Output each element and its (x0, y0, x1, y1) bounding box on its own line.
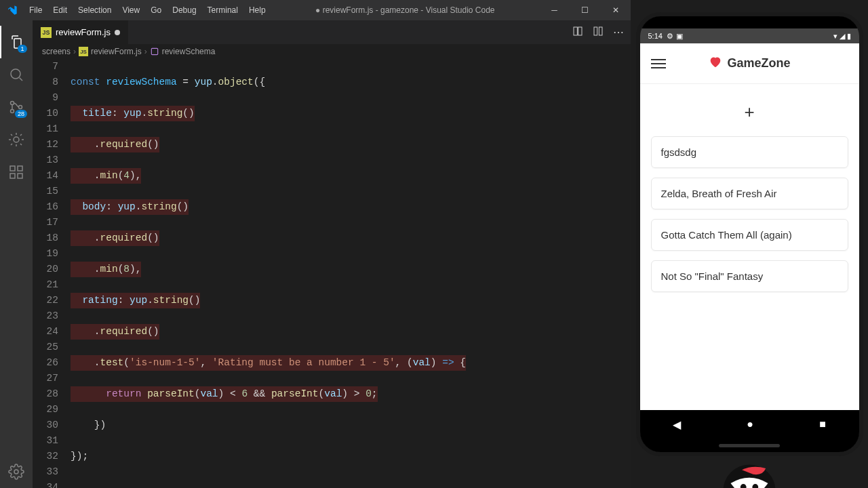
tabs-bar: JS reviewForm.js ⋯ (33, 20, 631, 44)
title-bar: File Edit Selection View Go Debug Termin… (0, 0, 631, 20)
svg-rect-14 (151, 48, 157, 54)
chevron-right-icon: › (73, 47, 76, 56)
svg-rect-7 (18, 174, 22, 178)
status-android-icon: ▣ (676, 32, 683, 41)
list-item[interactable]: fgsdsdg (651, 136, 848, 168)
svg-point-9 (14, 470, 18, 474)
phone-time: 5:14 (648, 32, 663, 40)
line-gutter: 7891011121314151617181920212223242526272… (33, 59, 71, 488)
symbol-icon (150, 47, 159, 56)
signal-icon: ◢ (840, 32, 845, 41)
phone-emulator: 5:14 ⚙ ▣ ▾ ◢ ▮ GameZone (631, 0, 868, 488)
breadcrumbs[interactable]: screens › JS reviewForm.js › reviewSchem… (33, 44, 631, 59)
split-icon[interactable] (593, 26, 604, 39)
phone-status-bar: 5:14 ⚙ ▣ ▾ ◢ ▮ (640, 28, 859, 43)
vscode-logo-icon (0, 5, 24, 16)
breadcrumb-file[interactable]: reviewForm.js (91, 47, 142, 56)
nav-home-icon[interactable]: ● (747, 418, 753, 430)
svg-point-1 (11, 102, 14, 105)
menu-edit[interactable]: Edit (47, 0, 73, 20)
menu-selection[interactable]: Selection (73, 0, 117, 20)
svg-rect-5 (10, 166, 15, 171)
list-item[interactable]: Zelda, Breath of Fresh Air (651, 178, 848, 209)
modified-dot-icon (115, 30, 120, 35)
breadcrumb-folder[interactable]: screens (42, 47, 71, 56)
chevron-right-icon: › (144, 47, 147, 56)
menu-view[interactable]: View (117, 0, 145, 20)
js-icon: JS (41, 27, 52, 38)
explorer-badge: 1 (18, 45, 27, 53)
phone-nav-bar: ◀ ● ■ (640, 410, 859, 439)
breadcrumb-symbol[interactable]: reviewSchema (162, 47, 216, 56)
svg-rect-13 (599, 27, 602, 35)
list-item[interactable]: Gotta Catch Them All (again) (651, 219, 848, 251)
settings-icon[interactable] (0, 455, 33, 488)
menu-file[interactable]: File (24, 0, 47, 20)
search-icon[interactable] (0, 58, 33, 91)
menu-go[interactable]: Go (145, 0, 167, 20)
battery-icon: ▮ (847, 32, 851, 41)
debug-icon[interactable] (0, 123, 33, 156)
activity-bar: 1 28 (0, 20, 33, 488)
window-title: ● reviewForm.js - gamezone - Visual Stud… (271, 5, 539, 15)
maximize-button[interactable]: ☐ (570, 0, 600, 20)
extensions-icon[interactable] (0, 156, 33, 188)
heart-icon (708, 54, 723, 73)
ninja-logo-icon (712, 461, 787, 488)
hamburger-icon[interactable] (651, 56, 666, 71)
svg-rect-10 (574, 27, 577, 35)
scm-badge: 28 (15, 110, 27, 118)
wifi-icon: ▾ (833, 32, 837, 41)
menu-help[interactable]: Help (243, 0, 271, 20)
app-header: GameZone (640, 43, 859, 84)
svg-point-3 (19, 106, 22, 109)
tab-reviewform[interactable]: JS reviewForm.js (33, 20, 129, 44)
explorer-icon[interactable]: 1 (0, 26, 33, 58)
add-button[interactable]: + (651, 102, 848, 123)
svg-rect-6 (10, 174, 15, 178)
menu-debug[interactable]: Debug (167, 0, 201, 20)
compare-icon[interactable] (572, 26, 583, 39)
menu-terminal[interactable]: Terminal (202, 0, 243, 20)
nav-back-icon[interactable]: ◀ (673, 418, 681, 431)
app-title: GameZone (727, 56, 790, 70)
code-content[interactable]: const reviewSchema = yup.object({ title:… (71, 59, 631, 488)
tab-filename: reviewForm.js (56, 27, 111, 37)
editor[interactable]: 7891011121314151617181920212223242526272… (33, 59, 631, 488)
svg-rect-8 (18, 166, 22, 171)
nav-recents-icon[interactable]: ■ (819, 418, 826, 430)
more-icon[interactable]: ⋯ (613, 26, 624, 39)
svg-rect-12 (594, 27, 597, 35)
svg-point-4 (14, 137, 19, 142)
js-icon: JS (79, 47, 88, 56)
svg-point-0 (11, 69, 20, 79)
list-item[interactable]: Not So "Final" Fantasy (651, 260, 848, 292)
status-gear-icon: ⚙ (667, 32, 673, 41)
svg-rect-11 (578, 27, 582, 35)
svg-point-2 (11, 110, 14, 113)
minimize-button[interactable]: ─ (539, 0, 570, 20)
close-button[interactable]: ✕ (600, 0, 631, 20)
scm-icon[interactable]: 28 (0, 91, 33, 123)
